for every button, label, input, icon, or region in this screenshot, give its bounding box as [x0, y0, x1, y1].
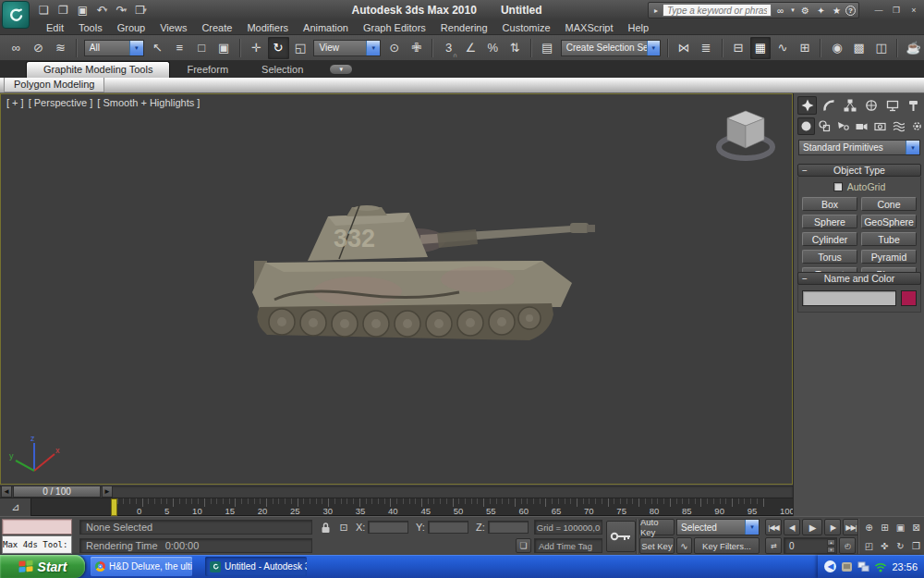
- viewport-pov-menu[interactable]: [ Perspective ]: [29, 97, 93, 108]
- menu-item[interactable]: Tools: [71, 21, 110, 34]
- select-and-scale-button[interactable]: ◱: [290, 37, 311, 59]
- chevron-down-icon[interactable]: ▾: [789, 4, 796, 18]
- key-filters-button[interactable]: Key Filters...: [694, 537, 760, 554]
- rectangular-selection-region-button[interactable]: □: [191, 37, 213, 59]
- graphite-ribbon-toggle-button[interactable]: ▦: [750, 37, 772, 59]
- tab-modify[interactable]: [819, 96, 838, 115]
- current-frame-marker[interactable]: [111, 498, 117, 516]
- search-icon[interactable]: ∞: [773, 4, 787, 18]
- select-by-name-button[interactable]: ≡: [169, 37, 190, 59]
- communication-center-icon[interactable]: ⚙: [798, 4, 812, 18]
- project-folder-button[interactable]: ❒▾: [132, 2, 150, 18]
- start-button[interactable]: Start: [0, 555, 85, 578]
- tray-app-icon[interactable]: [841, 561, 853, 572]
- key-mode-dropdown[interactable]: Selected ▾: [676, 519, 760, 535]
- favorites-add-icon[interactable]: ✦: [814, 4, 828, 18]
- pan-button[interactable]: ✜: [877, 537, 893, 554]
- play-button[interactable]: ▶: [802, 519, 822, 535]
- menu-item[interactable]: MAXScript: [558, 21, 621, 34]
- menu-item[interactable]: Rendering: [433, 21, 495, 34]
- menu-item[interactable]: Group: [110, 21, 153, 34]
- taskbar-task-3dsmax[interactable]: Untitled - Autodesk 3...: [205, 557, 307, 576]
- menu-item[interactable]: Views: [152, 21, 194, 34]
- next-frame-button[interactable]: |▶: [824, 519, 841, 535]
- primitive-button[interactable]: Cylinder: [802, 232, 857, 246]
- primitive-button[interactable]: Tube: [861, 232, 917, 246]
- zoom-region-button[interactable]: ◰: [861, 537, 877, 554]
- primitive-button[interactable]: GeoSphere: [861, 215, 917, 228]
- use-pivot-center-button[interactable]: ⊙: [383, 37, 405, 59]
- undo-button[interactable]: ↶▾: [93, 2, 111, 18]
- y-coordinate-field[interactable]: [428, 521, 468, 534]
- name-color-rollout-header[interactable]: − Name and Color: [797, 272, 921, 285]
- search-input[interactable]: [663, 4, 772, 17]
- menu-item[interactable]: Customize: [495, 21, 558, 34]
- bind-to-space-warp-button[interactable]: ≋: [50, 37, 71, 59]
- tab-create[interactable]: [797, 96, 817, 115]
- tank-model[interactable]: 332: [247, 203, 600, 350]
- restore-button[interactable]: ❐: [889, 4, 904, 16]
- network-icon[interactable]: [857, 561, 869, 572]
- named-selection-dropdown[interactable]: Create Selection Se ▾: [561, 40, 661, 56]
- z-coordinate-field[interactable]: [488, 521, 529, 534]
- viewport-general-menu[interactable]: [ + ]: [6, 97, 24, 108]
- maxscript-mini-listener[interactable]: Max 4ds Tool:: [2, 535, 72, 554]
- frame-spinner[interactable]: ▲▼: [827, 539, 835, 553]
- set-key-button[interactable]: Set Key: [639, 537, 675, 554]
- mini-curve-editor-button[interactable]: ⊿: [0, 498, 31, 516]
- help-icon[interactable]: ?: [845, 6, 856, 16]
- ribbon-minimize-toggle[interactable]: ▾: [329, 64, 353, 75]
- snap-toggle-button[interactable]: 3∩: [438, 37, 459, 59]
- category-lights[interactable]: [834, 117, 852, 135]
- previous-frame-button[interactable]: ◀|: [784, 519, 800, 535]
- previous-frame-arrow[interactable]: ◄: [1, 486, 12, 498]
- time-slider-handle[interactable]: 0 / 100: [13, 486, 101, 498]
- wireless-icon[interactable]: [874, 561, 887, 572]
- category-systems[interactable]: [908, 117, 924, 135]
- time-slider-track[interactable]: [0, 486, 793, 498]
- track-bar-ruler[interactable]: 0510152025303540455055606570758085909510…: [31, 498, 793, 515]
- primitive-button[interactable]: Sphere: [802, 215, 857, 228]
- save-file-button[interactable]: ▣: [74, 2, 91, 18]
- taskbar-task-browser[interactable]: H&D Deluxe, the ulti...: [91, 557, 192, 576]
- category-geometry[interactable]: [797, 117, 815, 135]
- tab-display[interactable]: [882, 96, 902, 115]
- object-type-rollout-header[interactable]: − Object Type: [797, 164, 921, 177]
- menu-item[interactable]: Modifiers: [239, 21, 296, 34]
- search-prev-icon[interactable]: ▸: [651, 6, 661, 15]
- application-menu-button[interactable]: [2, 1, 30, 29]
- tab-graphite-modeling-tools[interactable]: Graphite Modeling Tools: [26, 61, 170, 78]
- category-cameras[interactable]: [853, 117, 870, 135]
- new-scene-button[interactable]: ❏: [35, 2, 53, 18]
- object-color-swatch[interactable]: [901, 290, 917, 306]
- rendered-frame-window-button[interactable]: ◫: [870, 37, 892, 59]
- primitive-button[interactable]: Cone: [861, 197, 917, 211]
- polygon-modeling-panel-tab[interactable]: Polygon Modeling: [4, 78, 104, 92]
- unlink-selection-button[interactable]: ⊘: [28, 37, 49, 59]
- primitive-button[interactable]: Box: [802, 197, 857, 211]
- x-coordinate-field[interactable]: [368, 521, 408, 534]
- viewcube[interactable]: [711, 105, 781, 165]
- tab-freeform[interactable]: Freeform: [170, 62, 245, 78]
- reference-coordinate-dropdown[interactable]: View ▾: [313, 40, 381, 56]
- window-crossing-button[interactable]: ▣: [213, 37, 235, 59]
- mirror-button[interactable]: ⋈: [674, 37, 695, 59]
- close-button[interactable]: ×: [906, 4, 921, 16]
- minimize-button[interactable]: —: [871, 4, 886, 16]
- tab-utilities[interactable]: [904, 96, 923, 115]
- default-in-out-tangents-button[interactable]: ∿: [676, 537, 692, 554]
- go-to-start-button[interactable]: |◀◀: [765, 519, 782, 535]
- edit-named-selection-button[interactable]: ▤: [537, 37, 558, 59]
- percent-snap-button[interactable]: %: [482, 37, 504, 59]
- add-time-tag-field[interactable]: Add Time Tag: [534, 538, 602, 553]
- tray-collapse-chevron[interactable]: ◀: [824, 560, 836, 572]
- category-helpers[interactable]: [871, 117, 889, 135]
- layer-manager-button[interactable]: ⊟: [728, 37, 749, 59]
- category-shapes[interactable]: [816, 117, 833, 135]
- current-frame-field[interactable]: 0 ▲▼: [784, 537, 837, 554]
- menu-item[interactable]: Edit: [39, 21, 71, 34]
- render-production-button[interactable]: ☕: [903, 37, 924, 59]
- primitive-button[interactable]: Torus: [802, 250, 857, 264]
- next-frame-arrow[interactable]: ►: [102, 486, 113, 498]
- spinner-snap-button[interactable]: ⇅: [505, 37, 526, 59]
